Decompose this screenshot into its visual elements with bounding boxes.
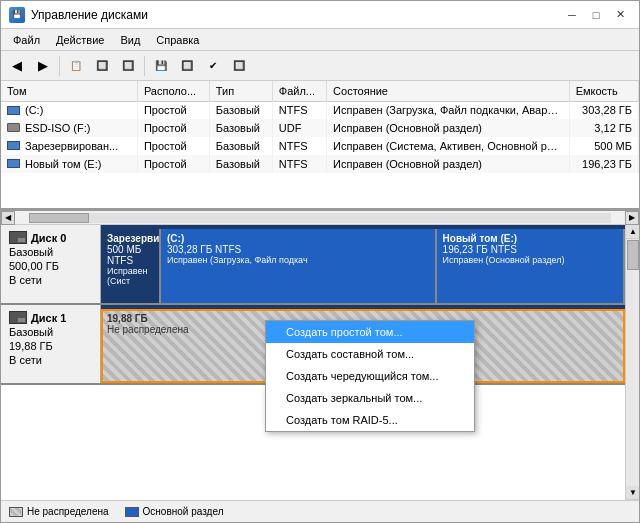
toolbar-btn-7[interactable]: 🔲 xyxy=(175,54,199,78)
disk-row-0: Диск 0 Базовый 500,00 ГБ В сети Зарезерв… xyxy=(1,225,625,305)
table-row[interactable]: Новый том (E:)ПростойБазовыйNTFSИсправен… xyxy=(1,155,639,173)
cell-size: 500 МБ xyxy=(569,137,638,155)
cell-type: Базовый xyxy=(209,119,272,137)
scroll-up-button[interactable]: ▲ xyxy=(626,225,639,239)
cell-status: Исправен (Загрузка, Файл подкачки, Авари… xyxy=(327,101,570,119)
vertical-scrollbar[interactable]: ▲ ▼ xyxy=(625,225,639,500)
cell-type: Базовый xyxy=(209,137,272,155)
main-window: 💾 Управление дисками ─ □ ✕ Файл Действие… xyxy=(0,0,640,523)
cell-volume-name: ESD-ISO (F:) xyxy=(1,119,137,137)
ctx-menu-item-1[interactable]: Создать составной том... xyxy=(266,343,474,365)
menu-help[interactable]: Справка xyxy=(148,32,207,48)
legend-box-unallocated xyxy=(9,507,23,517)
toolbar-btn-9[interactable]: 🔲 xyxy=(227,54,251,78)
scrollbar-thumb-v[interactable] xyxy=(627,240,639,270)
part-size-label: 196,23 ГБ NTFS xyxy=(443,244,617,255)
part-status-label: Исправен (Загрузка, Файл подкач xyxy=(167,255,429,265)
cell-filesystem: NTFS xyxy=(272,137,326,155)
menu-file[interactable]: Файл xyxy=(5,32,48,48)
scroll-left-button[interactable]: ◀ xyxy=(1,211,15,225)
window-controls: ─ □ ✕ xyxy=(561,5,631,25)
ctx-menu-item-3[interactable]: Создать зеркальный том... xyxy=(266,387,474,409)
partition-block-0-1[interactable]: (C:) 303,28 ГБ NTFS Исправен (Загрузка, … xyxy=(161,229,437,303)
disk-status-1: В сети xyxy=(9,354,92,366)
ctx-menu-item-2[interactable]: Создать чередующийся том... xyxy=(266,365,474,387)
disk-type-1: Базовый xyxy=(9,326,92,338)
cell-status: Исправен (Основной раздел) xyxy=(327,155,570,173)
back-button[interactable]: ◀ xyxy=(5,54,29,78)
close-button[interactable]: ✕ xyxy=(609,5,631,25)
volumes-table: Том Располо... Тип Файл... Состояние Емк… xyxy=(1,81,639,173)
cell-volume-name: (C:) xyxy=(1,101,137,119)
context-menu: Создать простой том...Создать составной … xyxy=(265,320,475,432)
part-name-label: Новый том (E:) xyxy=(443,233,617,244)
toolbar-separator-2 xyxy=(144,56,145,76)
ctx-menu-item-4[interactable]: Создать том RAID-5... xyxy=(266,409,474,431)
window-title: Управление дисками xyxy=(31,8,148,22)
app-icon: 💾 xyxy=(9,7,25,23)
table-row[interactable]: Зарезервирован...ПростойБазовыйNTFSИспра… xyxy=(1,137,639,155)
cell-type: Базовый xyxy=(209,155,272,173)
partition-block-0-2[interactable]: Новый том (E:) 196,23 ГБ NTFS Исправен (… xyxy=(437,229,625,303)
legend-bar: Не распределена Основной раздел xyxy=(1,500,639,522)
forward-button[interactable]: ▶ xyxy=(31,54,55,78)
cell-size: 3,12 ГБ xyxy=(569,119,638,137)
maximize-button[interactable]: □ xyxy=(585,5,607,25)
disk-type-0: Базовый xyxy=(9,246,92,258)
menu-bar: Файл Действие Вид Справка xyxy=(1,29,639,51)
toolbar-btn-8[interactable]: ✔ xyxy=(201,54,225,78)
partition-block-0-0[interactable]: Зарезервиров... 500 МБ NTFS Исправен (Си… xyxy=(101,229,161,303)
ctx-menu-item-0[interactable]: Создать простой том... xyxy=(266,321,474,343)
part-name-label: Зарезервиров... xyxy=(107,233,153,244)
part-name-label: (C:) xyxy=(167,233,429,244)
cell-type: Базовый xyxy=(209,101,272,119)
horizontal-scrollbar[interactable]: ◀ ▶ xyxy=(1,211,639,225)
cell-location: Простой xyxy=(137,119,209,137)
col-header-location: Располо... xyxy=(137,81,209,101)
legend-unallocated: Не распределена xyxy=(9,506,109,517)
scroll-down-button[interactable]: ▼ xyxy=(626,486,639,500)
disk-icon-0 xyxy=(9,231,27,244)
menu-view[interactable]: Вид xyxy=(112,32,148,48)
toolbar-btn-5[interactable]: 🔲 xyxy=(116,54,140,78)
table-row[interactable]: ESD-ISO (F:)ПростойБазовыйUDFИсправен (О… xyxy=(1,119,639,137)
disk-status-0: В сети xyxy=(9,274,92,286)
cell-size: 196,23 ГБ xyxy=(569,155,638,173)
cell-status: Исправен (Система, Активен, Основной раз… xyxy=(327,137,570,155)
legend-label-primary: Основной раздел xyxy=(143,506,224,517)
table-row[interactable]: (C:)ПростойБазовыйNTFSИсправен (Загрузка… xyxy=(1,101,639,119)
title-bar: 💾 Управление дисками ─ □ ✕ xyxy=(1,1,639,29)
toolbar-btn-6[interactable]: 💾 xyxy=(149,54,173,78)
col-header-fs: Файл... xyxy=(272,81,326,101)
cell-size: 303,28 ГБ xyxy=(569,101,638,119)
part-status-label: Исправен (Основной раздел) xyxy=(443,255,617,265)
scroll-right-button[interactable]: ▶ xyxy=(625,211,639,225)
disk-name-1: Диск 1 xyxy=(9,311,92,324)
toolbar-separator-1 xyxy=(59,56,60,76)
legend-label-unallocated: Не распределена xyxy=(27,506,109,517)
cell-status: Исправен (Основной раздел) xyxy=(327,119,570,137)
scrollbar-thumb[interactable] xyxy=(29,213,89,223)
part-size-label: 500 МБ NTFS xyxy=(107,244,153,266)
toolbar: ◀ ▶ 📋 🔲 🔲 💾 🔲 ✔ 🔲 xyxy=(1,51,639,81)
cell-volume-name: Зарезервирован... xyxy=(1,137,137,155)
cell-filesystem: NTFS xyxy=(272,101,326,119)
cell-location: Простой xyxy=(137,155,209,173)
col-header-type: Тип xyxy=(209,81,272,101)
cell-volume-name: Новый том (E:) xyxy=(1,155,137,173)
cell-filesystem: NTFS xyxy=(272,155,326,173)
part-size-label: 303,28 ГБ NTFS xyxy=(167,244,429,255)
menu-action[interactable]: Действие xyxy=(48,32,112,48)
scrollbar-track-v xyxy=(626,239,639,486)
toolbar-btn-3[interactable]: 📋 xyxy=(64,54,88,78)
col-header-status: Состояние xyxy=(327,81,570,101)
legend-box-primary xyxy=(125,507,139,517)
minimize-button[interactable]: ─ xyxy=(561,5,583,25)
disk-size-1: 19,88 ГБ xyxy=(9,340,92,352)
disk-label-0: Диск 0 Базовый 500,00 ГБ В сети xyxy=(1,225,101,303)
disk-size-0: 500,00 ГБ xyxy=(9,260,92,272)
cell-filesystem: UDF xyxy=(272,119,326,137)
volumes-table-area: Том Располо... Тип Файл... Состояние Емк… xyxy=(1,81,639,211)
toolbar-btn-4[interactable]: 🔲 xyxy=(90,54,114,78)
disk-partitions-0: Зарезервиров... 500 МБ NTFS Исправен (Си… xyxy=(101,225,625,303)
